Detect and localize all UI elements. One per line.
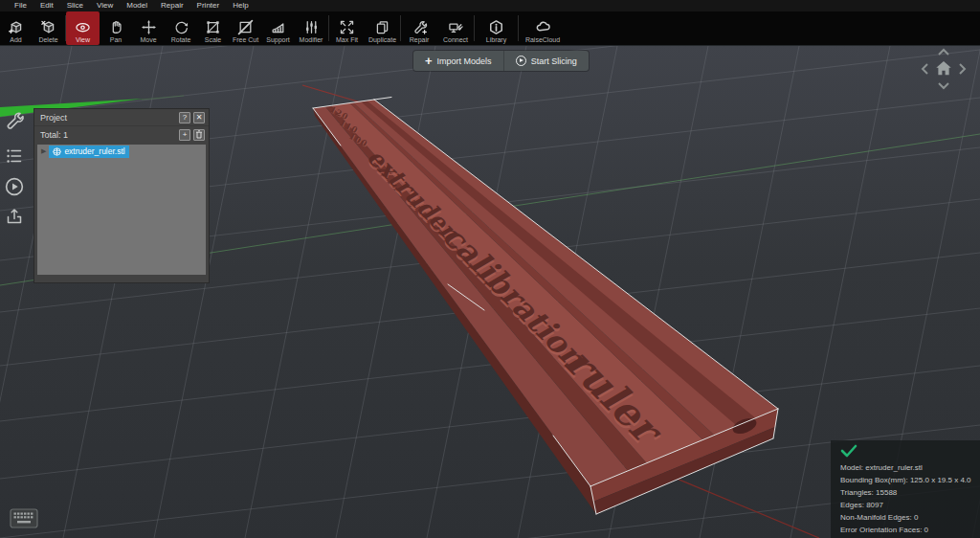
duplicate-button[interactable]: Duplicate: [365, 11, 400, 45]
cloud-icon: [535, 19, 551, 35]
total-count-label: Total: 1: [40, 130, 176, 140]
modifier-button[interactable]: Modifier: [294, 11, 328, 45]
rotate-icon: [173, 19, 189, 35]
free-cut-button[interactable]: Free Cut: [229, 11, 262, 45]
export-icon[interactable]: [5, 207, 24, 226]
move-arrows-icon: [141, 19, 157, 35]
info-error-orientation: Error Orientation Faces: 0: [840, 524, 980, 536]
close-button[interactable]: ✕: [193, 112, 205, 123]
cube-x-icon: [40, 19, 56, 35]
hand-icon: [108, 19, 124, 35]
project-panel-titlebar: Project ? ✕: [34, 109, 209, 125]
chevron-right-icon[interactable]: [958, 62, 967, 76]
project-panel-title: Project: [40, 113, 176, 123]
wrench-icon[interactable]: [4, 110, 25, 131]
menu-file[interactable]: File: [8, 0, 33, 11]
import-models-button[interactable]: + Import Models: [413, 51, 503, 71]
info-non-manifold: Non-Manifold Edges: 0: [840, 511, 980, 524]
model-list: ▶ extruder_ruler.stl: [37, 145, 206, 275]
support-button[interactable]: Support: [262, 11, 294, 45]
model-file-name: extruder_ruler.stl: [64, 146, 124, 156]
info-triangles: Triangles: 15588: [840, 486, 980, 499]
menu-repair[interactable]: Repair: [154, 0, 190, 11]
play-circle-icon: [516, 56, 526, 66]
duplicate-icon: [374, 19, 390, 35]
add-button[interactable]: Add: [0, 11, 32, 45]
action-bar: + Import Models Start Slicing: [413, 51, 589, 71]
menu-view[interactable]: View: [90, 0, 120, 11]
plus-icon: +: [425, 55, 433, 67]
pan-button[interactable]: Pan: [100, 11, 132, 45]
raisecloud-button[interactable]: RaiseCloud: [519, 11, 567, 45]
menu-bar: File Edit Slice View Model Repair Printe…: [0, 0, 980, 11]
repair-button[interactable]: Repair: [401, 11, 437, 45]
model-list-item-selected[interactable]: extruder_ruler.stl: [49, 146, 128, 158]
scale-button[interactable]: Scale: [197, 11, 229, 45]
toolbar: Add Delete View Pan Move: [0, 11, 980, 46]
play-circle-icon[interactable]: [4, 176, 25, 197]
model-list-item[interactable]: ▶ extruder_ruler.stl: [37, 145, 206, 158]
delete-model-button[interactable]: [193, 129, 205, 141]
move-button[interactable]: Move: [132, 11, 165, 45]
chevron-down-icon[interactable]: [937, 81, 950, 90]
mesh-sphere-icon: [53, 147, 61, 156]
trash-icon: [195, 130, 203, 139]
help-button[interactable]: ?: [179, 112, 190, 123]
cube-plus-icon: [8, 19, 24, 35]
sliders-icon: [303, 19, 320, 35]
model-info-panel: Model: extruder_ruler.stl Bounding Box(m…: [831, 440, 980, 538]
project-panel-toolbar: Total: 1 +: [34, 125, 209, 143]
support-icon: [270, 19, 286, 35]
check-icon: [840, 444, 858, 458]
app-window: 120 110 100 120 110 100 extruder calibra…: [0, 0, 980, 538]
menu-printer[interactable]: Printer: [190, 0, 227, 11]
project-panel: Project ? ✕ Total: 1 + ▶ extruder_ruler.…: [33, 108, 210, 283]
connect-icon: [448, 19, 464, 35]
view-navigation-widget: [917, 46, 970, 94]
hexagon-info-icon: [488, 19, 504, 35]
home-icon[interactable]: [934, 59, 953, 78]
rotate-button[interactable]: Rotate: [165, 11, 197, 45]
chevron-left-icon[interactable]: [921, 62, 929, 76]
menu-help[interactable]: Help: [226, 0, 255, 11]
delete-button[interactable]: Delete: [32, 11, 65, 45]
scale-icon: [205, 19, 221, 35]
chevron-up-icon[interactable]: [937, 48, 950, 56]
max-fit-icon: [339, 19, 355, 35]
list-icon[interactable]: [5, 146, 24, 166]
add-model-button[interactable]: +: [179, 129, 190, 141]
menu-edit[interactable]: Edit: [33, 0, 60, 11]
library-button[interactable]: Library: [475, 11, 518, 45]
connect-button[interactable]: Connect: [437, 11, 474, 45]
view-button[interactable]: View: [66, 11, 100, 45]
keyboard-icon[interactable]: [10, 508, 38, 528]
info-model-name: Model: extruder_ruler.stl: [840, 461, 980, 474]
max-fit-button[interactable]: Max Fit: [329, 11, 365, 45]
wrench-plus-icon: [412, 19, 428, 35]
menu-slice[interactable]: Slice: [60, 0, 90, 11]
menu-model[interactable]: Model: [120, 0, 154, 11]
expand-arrow-icon[interactable]: ▶: [41, 147, 46, 155]
info-edges: Edges: 8097: [840, 499, 980, 511]
info-bounding-box: Bounding Box(mm): 125.0 x 19.5 x 4.0: [840, 474, 980, 486]
cut-icon: [237, 19, 254, 35]
eye-icon: [75, 19, 91, 35]
start-slicing-button[interactable]: Start Slicing: [503, 51, 589, 71]
